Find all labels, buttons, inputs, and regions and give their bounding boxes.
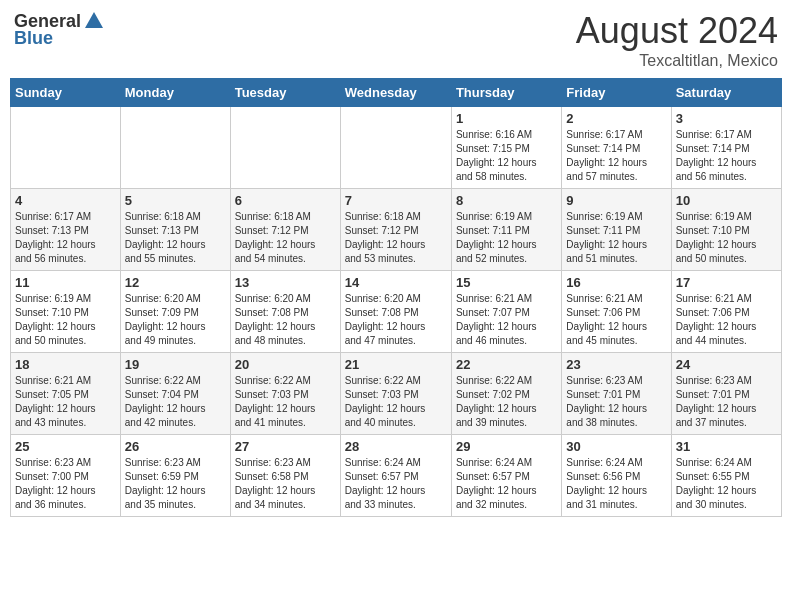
logo: General Blue xyxy=(14,10,105,49)
calendar-cell-22: 19Sunrise: 6:22 AM Sunset: 7:04 PM Dayli… xyxy=(120,353,230,435)
calendar-cell-8: 5Sunrise: 6:18 AM Sunset: 7:13 PM Daylig… xyxy=(120,189,230,271)
day-number: 6 xyxy=(235,193,336,208)
day-number: 23 xyxy=(566,357,666,372)
day-number: 2 xyxy=(566,111,666,126)
calendar-week-3: 11Sunrise: 6:19 AM Sunset: 7:10 PM Dayli… xyxy=(11,271,782,353)
day-info: Sunrise: 6:23 AM Sunset: 6:59 PM Dayligh… xyxy=(125,456,226,512)
day-info: Sunrise: 6:21 AM Sunset: 7:07 PM Dayligh… xyxy=(456,292,557,348)
calendar-cell-12: 9Sunrise: 6:19 AM Sunset: 7:11 PM Daylig… xyxy=(562,189,671,271)
day-number: 8 xyxy=(456,193,557,208)
day-number: 9 xyxy=(566,193,666,208)
day-info: Sunrise: 6:24 AM Sunset: 6:56 PM Dayligh… xyxy=(566,456,666,512)
day-number: 17 xyxy=(676,275,777,290)
calendar-week-1: 1Sunrise: 6:16 AM Sunset: 7:15 PM Daylig… xyxy=(11,107,782,189)
day-number: 25 xyxy=(15,439,116,454)
day-number: 26 xyxy=(125,439,226,454)
calendar-cell-16: 13Sunrise: 6:20 AM Sunset: 7:08 PM Dayli… xyxy=(230,271,340,353)
day-info: Sunrise: 6:19 AM Sunset: 7:11 PM Dayligh… xyxy=(456,210,557,266)
day-info: Sunrise: 6:22 AM Sunset: 7:04 PM Dayligh… xyxy=(125,374,226,430)
day-number: 13 xyxy=(235,275,336,290)
day-number: 15 xyxy=(456,275,557,290)
day-info: Sunrise: 6:22 AM Sunset: 7:03 PM Dayligh… xyxy=(235,374,336,430)
day-number: 7 xyxy=(345,193,447,208)
day-info: Sunrise: 6:21 AM Sunset: 7:06 PM Dayligh… xyxy=(676,292,777,348)
calendar-table: Sunday Monday Tuesday Wednesday Thursday… xyxy=(10,78,782,517)
day-number: 29 xyxy=(456,439,557,454)
day-number: 18 xyxy=(15,357,116,372)
calendar-header-row: Sunday Monday Tuesday Wednesday Thursday… xyxy=(11,79,782,107)
day-info: Sunrise: 6:23 AM Sunset: 7:01 PM Dayligh… xyxy=(676,374,777,430)
header-sunday: Sunday xyxy=(11,79,121,107)
day-number: 4 xyxy=(15,193,116,208)
logo-icon xyxy=(83,10,105,32)
day-info: Sunrise: 6:24 AM Sunset: 6:57 PM Dayligh… xyxy=(456,456,557,512)
day-number: 28 xyxy=(345,439,447,454)
day-info: Sunrise: 6:24 AM Sunset: 6:57 PM Dayligh… xyxy=(345,456,447,512)
calendar-cell-27: 24Sunrise: 6:23 AM Sunset: 7:01 PM Dayli… xyxy=(671,353,781,435)
day-number: 5 xyxy=(125,193,226,208)
day-info: Sunrise: 6:23 AM Sunset: 7:01 PM Dayligh… xyxy=(566,374,666,430)
day-number: 22 xyxy=(456,357,557,372)
header-friday: Friday xyxy=(562,79,671,107)
calendar-cell-20: 17Sunrise: 6:21 AM Sunset: 7:06 PM Dayli… xyxy=(671,271,781,353)
calendar-cell-32: 29Sunrise: 6:24 AM Sunset: 6:57 PM Dayli… xyxy=(451,435,561,517)
calendar-cell-30: 27Sunrise: 6:23 AM Sunset: 6:58 PM Dayli… xyxy=(230,435,340,517)
calendar-cell-0 xyxy=(11,107,121,189)
day-info: Sunrise: 6:21 AM Sunset: 7:05 PM Dayligh… xyxy=(15,374,116,430)
calendar-cell-29: 26Sunrise: 6:23 AM Sunset: 6:59 PM Dayli… xyxy=(120,435,230,517)
day-number: 3 xyxy=(676,111,777,126)
day-info: Sunrise: 6:18 AM Sunset: 7:12 PM Dayligh… xyxy=(235,210,336,266)
header-tuesday: Tuesday xyxy=(230,79,340,107)
calendar-cell-5: 2Sunrise: 6:17 AM Sunset: 7:14 PM Daylig… xyxy=(562,107,671,189)
header-monday: Monday xyxy=(120,79,230,107)
calendar-cell-3 xyxy=(340,107,451,189)
page-header: General Blue August 2024 Texcaltitlan, M… xyxy=(10,10,782,70)
day-info: Sunrise: 6:17 AM Sunset: 7:13 PM Dayligh… xyxy=(15,210,116,266)
day-info: Sunrise: 6:17 AM Sunset: 7:14 PM Dayligh… xyxy=(566,128,666,184)
calendar-cell-26: 23Sunrise: 6:23 AM Sunset: 7:01 PM Dayli… xyxy=(562,353,671,435)
day-number: 12 xyxy=(125,275,226,290)
calendar-cell-9: 6Sunrise: 6:18 AM Sunset: 7:12 PM Daylig… xyxy=(230,189,340,271)
calendar-cell-23: 20Sunrise: 6:22 AM Sunset: 7:03 PM Dayli… xyxy=(230,353,340,435)
calendar-cell-34: 31Sunrise: 6:24 AM Sunset: 6:55 PM Dayli… xyxy=(671,435,781,517)
calendar-cell-21: 18Sunrise: 6:21 AM Sunset: 7:05 PM Dayli… xyxy=(11,353,121,435)
header-thursday: Thursday xyxy=(451,79,561,107)
calendar-cell-4: 1Sunrise: 6:16 AM Sunset: 7:15 PM Daylig… xyxy=(451,107,561,189)
calendar-cell-25: 22Sunrise: 6:22 AM Sunset: 7:02 PM Dayli… xyxy=(451,353,561,435)
day-info: Sunrise: 6:23 AM Sunset: 7:00 PM Dayligh… xyxy=(15,456,116,512)
calendar-cell-14: 11Sunrise: 6:19 AM Sunset: 7:10 PM Dayli… xyxy=(11,271,121,353)
calendar-week-2: 4Sunrise: 6:17 AM Sunset: 7:13 PM Daylig… xyxy=(11,189,782,271)
day-number: 14 xyxy=(345,275,447,290)
day-number: 21 xyxy=(345,357,447,372)
calendar-cell-2 xyxy=(230,107,340,189)
calendar-cell-11: 8Sunrise: 6:19 AM Sunset: 7:11 PM Daylig… xyxy=(451,189,561,271)
day-number: 27 xyxy=(235,439,336,454)
day-info: Sunrise: 6:20 AM Sunset: 7:09 PM Dayligh… xyxy=(125,292,226,348)
location-subtitle: Texcaltitlan, Mexico xyxy=(576,52,778,70)
day-info: Sunrise: 6:18 AM Sunset: 7:13 PM Dayligh… xyxy=(125,210,226,266)
calendar-cell-33: 30Sunrise: 6:24 AM Sunset: 6:56 PM Dayli… xyxy=(562,435,671,517)
calendar-cell-6: 3Sunrise: 6:17 AM Sunset: 7:14 PM Daylig… xyxy=(671,107,781,189)
calendar-cell-24: 21Sunrise: 6:22 AM Sunset: 7:03 PM Dayli… xyxy=(340,353,451,435)
day-info: Sunrise: 6:16 AM Sunset: 7:15 PM Dayligh… xyxy=(456,128,557,184)
day-number: 10 xyxy=(676,193,777,208)
calendar-cell-31: 28Sunrise: 6:24 AM Sunset: 6:57 PM Dayli… xyxy=(340,435,451,517)
header-wednesday: Wednesday xyxy=(340,79,451,107)
calendar-cell-28: 25Sunrise: 6:23 AM Sunset: 7:00 PM Dayli… xyxy=(11,435,121,517)
calendar-cell-7: 4Sunrise: 6:17 AM Sunset: 7:13 PM Daylig… xyxy=(11,189,121,271)
day-info: Sunrise: 6:19 AM Sunset: 7:11 PM Dayligh… xyxy=(566,210,666,266)
calendar-cell-13: 10Sunrise: 6:19 AM Sunset: 7:10 PM Dayli… xyxy=(671,189,781,271)
day-number: 30 xyxy=(566,439,666,454)
calendar-cell-18: 15Sunrise: 6:21 AM Sunset: 7:07 PM Dayli… xyxy=(451,271,561,353)
calendar-cell-1 xyxy=(120,107,230,189)
day-info: Sunrise: 6:22 AM Sunset: 7:02 PM Dayligh… xyxy=(456,374,557,430)
logo-blue: Blue xyxy=(14,28,53,49)
calendar-cell-17: 14Sunrise: 6:20 AM Sunset: 7:08 PM Dayli… xyxy=(340,271,451,353)
day-info: Sunrise: 6:23 AM Sunset: 6:58 PM Dayligh… xyxy=(235,456,336,512)
day-info: Sunrise: 6:18 AM Sunset: 7:12 PM Dayligh… xyxy=(345,210,447,266)
day-info: Sunrise: 6:24 AM Sunset: 6:55 PM Dayligh… xyxy=(676,456,777,512)
day-number: 1 xyxy=(456,111,557,126)
day-number: 11 xyxy=(15,275,116,290)
calendar-cell-10: 7Sunrise: 6:18 AM Sunset: 7:12 PM Daylig… xyxy=(340,189,451,271)
day-info: Sunrise: 6:19 AM Sunset: 7:10 PM Dayligh… xyxy=(15,292,116,348)
